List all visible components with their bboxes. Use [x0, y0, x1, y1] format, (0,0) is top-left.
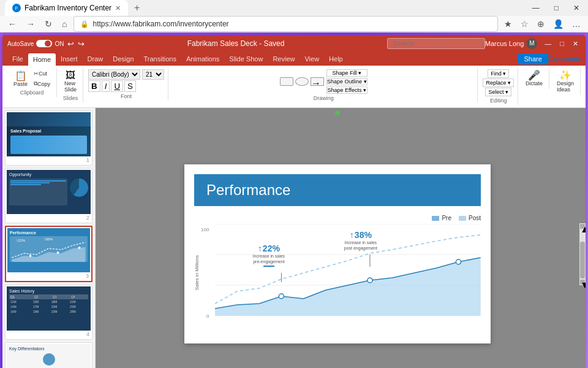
scissors-icon: ✂	[34, 71, 39, 77]
tab-design[interactable]: Design	[108, 53, 138, 65]
svg-point-11	[456, 259, 461, 264]
powerpoint-window: AutoSave ON ↩ ↪ Fabrikam Sales Deck - Sa…	[2, 35, 586, 368]
italic-button[interactable]: I	[102, 80, 110, 92]
ribbon-group-slides: 🖼 NewSlide Slides	[58, 68, 83, 102]
user-name: Marcus Long	[485, 40, 524, 47]
ppt-minimize[interactable]: —	[542, 40, 554, 48]
dictate-button[interactable]: 🎤 Dictate	[523, 69, 545, 88]
y-max: 100	[201, 227, 209, 232]
up-arrow-38: ↑	[350, 230, 354, 240]
desc-38: Increase in sales post engagement	[341, 240, 380, 251]
find-button[interactable]: Find ▾	[488, 69, 509, 78]
browser-tab[interactable]: F Fabrikam Inventory Center ✕	[5, 0, 128, 16]
microphone-icon: 🎤	[528, 71, 540, 80]
ribbon-group-voice: 🎤 Dictate	[519, 68, 549, 89]
annotation-38: ↑ 38% Increase in sales post engagement	[341, 230, 380, 251]
right-scrollbar[interactable]: ▲ ▼	[579, 223, 586, 285]
comments-button[interactable]: Comments	[548, 55, 581, 63]
up-arrow-22: ↑	[258, 243, 262, 253]
paste-icon: 📋	[15, 71, 27, 81]
redo-icon[interactable]: ↪	[78, 39, 85, 48]
annotation-underline-22	[263, 266, 274, 267]
shape-outline-button[interactable]: Shape Outline ▾	[326, 78, 368, 85]
shape-arrow[interactable]: →	[311, 77, 324, 86]
connector-dot	[335, 110, 340, 115]
restore-button[interactable]: □	[551, 2, 562, 13]
font-label: Font	[121, 93, 132, 99]
url-text: https://www.fabrikam.com/inventorycenter	[92, 20, 228, 28]
underline-button[interactable]: U	[111, 80, 123, 92]
tab-draw[interactable]: Draw	[83, 53, 108, 65]
tab-slideshow[interactable]: Slide Show	[224, 53, 268, 65]
select-button[interactable]: Select ▾	[485, 88, 511, 96]
favorites-icon[interactable]: ★	[502, 18, 514, 30]
slide-thumb-5[interactable]: Key Differentiators 5	[5, 342, 92, 368]
read-later-icon[interactable]: ☆	[518, 18, 531, 30]
slide-thumb-1[interactable]: Sales Proposal 1	[5, 110, 92, 166]
slide-canvas: Performance Pre	[96, 108, 586, 368]
home-button[interactable]: ⌂	[59, 18, 70, 30]
tab-view[interactable]: View	[300, 53, 324, 65]
slide-thumb-2[interactable]: Opportunity 2	[5, 168, 92, 223]
tab-review[interactable]: Review	[268, 53, 300, 65]
cut-button[interactable]: ✂Cut	[31, 69, 53, 78]
font-family-select[interactable]: Calibri (Body)	[88, 69, 140, 80]
scroll-up-arrow[interactable]: ▲	[580, 224, 585, 229]
svg-point-1	[29, 255, 32, 257]
more-options-icon[interactable]: …	[570, 18, 583, 30]
ppt-close[interactable]: ✕	[570, 40, 581, 48]
design-ideas-button[interactable]: ✨ DesignIdeas	[554, 69, 576, 94]
shape-rect[interactable]	[280, 77, 293, 86]
chart-svg-container: ↑ 22% Increase in sales pre-engagement	[215, 224, 481, 322]
close-button[interactable]: ✕	[570, 2, 583, 13]
copy-button[interactable]: ⧉Copy	[31, 79, 53, 88]
legend-post-box	[459, 216, 466, 221]
percent-38: 38%	[355, 230, 372, 240]
font-size-select[interactable]: 21	[142, 69, 164, 80]
ppt-main: Sales Proposal 1 Opportunity	[2, 108, 586, 368]
tab-insert[interactable]: Insert	[56, 53, 83, 65]
share-button[interactable]: Share	[518, 53, 548, 64]
replace-button[interactable]: Replace ▾	[483, 79, 514, 87]
browser-frame: F Fabrikam Inventory Center ✕ + — □ ✕ ← …	[0, 0, 588, 368]
slide-content[interactable]: Performance Pre	[184, 164, 491, 343]
slides-label: Slides	[63, 95, 78, 101]
shape-fill-button[interactable]: Shape Fill ▾	[326, 69, 368, 77]
slide-thumb-3[interactable]: Performance ↑22% ↑38%	[5, 226, 92, 282]
tab-animations[interactable]: Animations	[181, 53, 224, 65]
minimize-button[interactable]: —	[529, 2, 543, 13]
profile-icon[interactable]: 👤	[551, 18, 566, 30]
tab-help[interactable]: Help	[324, 53, 348, 65]
back-button[interactable]: ←	[5, 18, 20, 30]
slide-number-1: 1	[7, 156, 91, 164]
slide-number-3: 3	[7, 272, 90, 280]
ppt-search-input[interactable]	[387, 38, 485, 49]
new-tab-button[interactable]: +	[130, 2, 143, 13]
slide-thumb-4[interactable]: Sales History Q1 Q2 Q3 Q4 12M15M18M22M 1…	[5, 285, 92, 340]
legend-post-label: Post	[469, 215, 481, 221]
collections-icon[interactable]: ⊕	[535, 18, 547, 30]
shape-ellipse[interactable]	[295, 77, 309, 86]
tab-close-button[interactable]: ✕	[115, 4, 121, 12]
refresh-button[interactable]: ↻	[42, 18, 55, 30]
ppt-ribbon: File Home Insert Draw Design Transitions…	[2, 52, 586, 108]
new-slide-button[interactable]: 🖼 NewSlide	[62, 69, 79, 94]
paste-button[interactable]: 📋 Paste	[11, 70, 30, 88]
tab-home[interactable]: Home	[28, 53, 56, 66]
shape-effects-button[interactable]: Shape Effects ▾	[326, 86, 368, 94]
ppt-restore[interactable]: □	[557, 40, 567, 48]
scroll-down-arrow[interactable]: ▼	[580, 280, 585, 285]
scrollbar-thumb[interactable]	[580, 242, 585, 278]
tab-transitions[interactable]: Transitions	[139, 53, 181, 65]
browser-toolbar-right: ★ ☆ ⊕ 👤 …	[502, 18, 583, 30]
forward-button[interactable]: →	[23, 18, 38, 30]
autosave-toggle[interactable]	[36, 40, 52, 47]
slide-panel: Sales Proposal 1 Opportunity	[2, 108, 96, 368]
ribbon-group-designer: ✨ DesignIdeas	[551, 68, 581, 95]
slide-number-2: 2	[7, 214, 91, 221]
undo-icon[interactable]: ↩	[67, 39, 74, 48]
address-bar[interactable]: 🔒 https://www.fabrikam.com/inventorycent…	[74, 16, 498, 32]
tab-file[interactable]: File	[7, 53, 28, 65]
strikethrough-button[interactable]: S	[124, 80, 136, 92]
bold-button[interactable]: B	[88, 80, 100, 92]
